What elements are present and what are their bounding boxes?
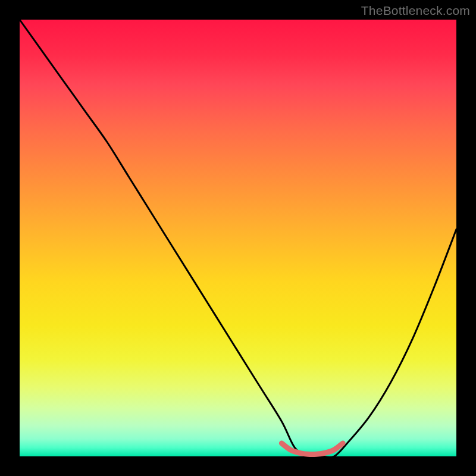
chart-svg xyxy=(20,20,456,456)
chart-plot-area xyxy=(20,20,456,456)
watermark-text: TheBottleneck.com xyxy=(361,4,470,18)
chart-frame: TheBottleneck.com xyxy=(0,0,476,476)
optimal-band xyxy=(281,443,343,455)
bottleneck-curve xyxy=(20,20,456,458)
